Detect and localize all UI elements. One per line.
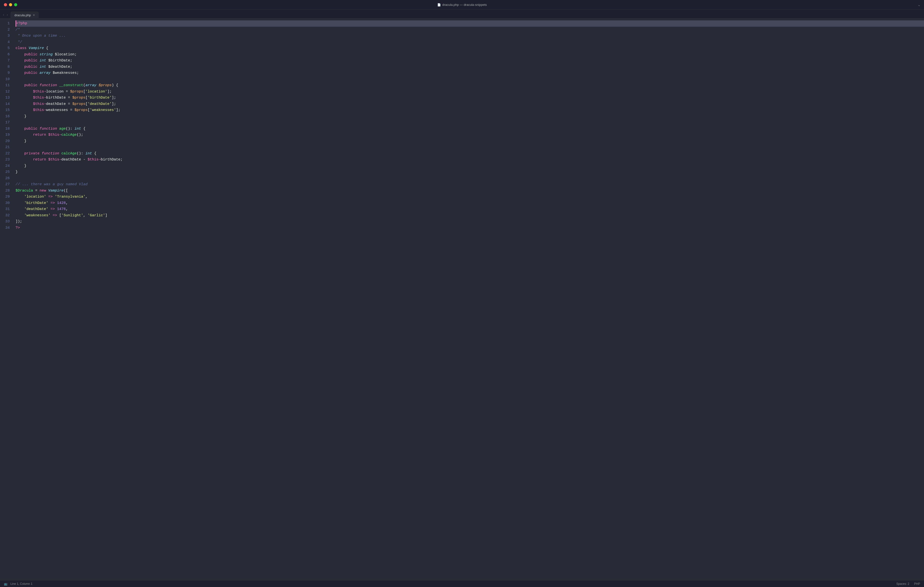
line-numbers: 1 2 3 4 5 6 7 8 9 10 11 12 13 14 15 16 1… [0,18,13,580]
code-line-13: $this→birthDate = $props['birthDate']; [15,95,924,101]
code-line-24: } [15,163,924,169]
code-line-23: return $this→deathDate - $this→birthDate… [15,157,924,163]
spaces-indicator: Spaces: 2 [896,582,909,585]
maximize-button[interactable] [14,3,17,6]
chevron-down-icon[interactable]: ⌄ [918,3,920,7]
line-number: 33 [0,218,10,225]
line-number: 25 [0,169,10,175]
code-line-1: <?php [15,20,924,27]
line-number: 17 [0,119,10,126]
line-number: 30 [0,200,10,206]
code-line-22: private function calcAge(): int { [15,150,924,157]
line-number: 3 [0,33,10,39]
line-number: 8 [0,64,10,70]
code-line-30: 'birthDate' => 1428, [15,200,924,206]
line-number: 6 [0,51,10,58]
code-line-4: */ [15,39,924,45]
line-number: 12 [0,89,10,95]
code-line-9: public array $weaknesses; [15,70,924,76]
line-number: 27 [0,181,10,188]
editor: 1 2 3 4 5 6 7 8 9 10 11 12 13 14 15 16 1… [0,18,924,580]
screen-reader-icon: 📺 [4,582,8,585]
line-number: 24 [0,163,10,169]
line-number: 10 [0,76,10,83]
close-button[interactable] [4,3,7,6]
code-line-8: public int $deathDate; [15,64,924,70]
line-number: 5 [0,45,10,51]
file-icon: 📄 [437,3,441,7]
code-line-14: $this→deathDate = $props['deathDate']; [15,101,924,107]
code-line-25: } [15,169,924,175]
line-number: 22 [0,150,10,157]
line-number: 29 [0,194,10,200]
line-number: 7 [0,58,10,64]
line-number: 1 [0,20,10,27]
code-line-2: /* [15,27,924,33]
code-line-34: ?> [15,225,924,231]
line-number: 18 [0,126,10,132]
code-area[interactable]: <?php /* * Once upon a time ... */ class… [13,18,924,580]
line-number: 4 [0,39,10,45]
code-line-17 [15,119,924,126]
code-line-29: 'location' => 'Transylvania', [15,194,924,200]
line-number: 21 [0,144,10,150]
code-line-32: 'weaknesses' => ['Sunlight', 'Garlic'] [15,212,924,219]
cursor-position: Line 1, Column 1 [10,582,33,585]
line-number: 20 [0,138,10,144]
code-line-10 [15,76,924,83]
line-number: 15 [0,107,10,113]
status-bar: 📺 Line 1, Column 1 Spaces: 2 PHP [0,580,924,587]
line-number: 31 [0,206,10,212]
line-number: 26 [0,175,10,182]
line-number: 9 [0,70,10,76]
language-indicator: PHP [914,582,920,585]
line-number: 14 [0,101,10,107]
nav-arrows: ‹ › [2,13,9,18]
code-line-27: // ... there was a guy named Vlad [15,181,924,188]
tab-close-icon[interactable]: ✕ [33,13,35,17]
code-line-7: public int $birthDate; [15,58,924,64]
status-left: 📺 Line 1, Column 1 [4,582,33,585]
code-line-28: $Dracula = new Vampire([ [15,188,924,194]
code-line-31: 'deathDate' => 1476, [15,206,924,212]
status-right: Spaces: 2 PHP [896,582,920,585]
code-line-3: * Once upon a time ... [15,33,924,39]
minimize-button[interactable] [9,3,12,6]
code-line-16: } [15,113,924,120]
code-line-5: class Vampire { [15,45,924,51]
code-line-19: return $this→calcAge(); [15,132,924,138]
code-line-11: public function __construct(array $props… [15,82,924,89]
line-number: 2 [0,27,10,33]
traffic-lights [4,3,17,6]
nav-forward-icon[interactable]: › [6,13,9,17]
code-line-6: public string $location; [15,51,924,58]
tab-dracula-php[interactable]: dracula.php ✕ [11,12,39,18]
tab-label: dracula.php [14,13,31,17]
line-number: 32 [0,212,10,219]
line-number: 28 [0,188,10,194]
line-number: 23 [0,157,10,163]
tab-bar: ‹ › dracula.php ✕ [0,10,924,18]
code-line-26 [15,175,924,182]
line-number: 16 [0,113,10,120]
line-number: 19 [0,132,10,138]
code-line-12: $this→location = $props['location']; [15,89,924,95]
title-bar: 📄 dracula.php — dracula-snippets ⌄ [0,0,924,10]
window-title: 📄 dracula.php — dracula-snippets [437,3,487,7]
nav-back-icon[interactable]: ‹ [2,13,5,17]
code-line-33: ]); [15,218,924,225]
line-number: 34 [0,225,10,231]
code-line-20: } [15,138,924,144]
code-line-21 [15,144,924,150]
code-line-18: public function age(): int { [15,126,924,132]
line-number: 11 [0,82,10,89]
line-number: 13 [0,95,10,101]
code-line-15: $this→weaknesses = $props['weaknesses']; [15,107,924,113]
